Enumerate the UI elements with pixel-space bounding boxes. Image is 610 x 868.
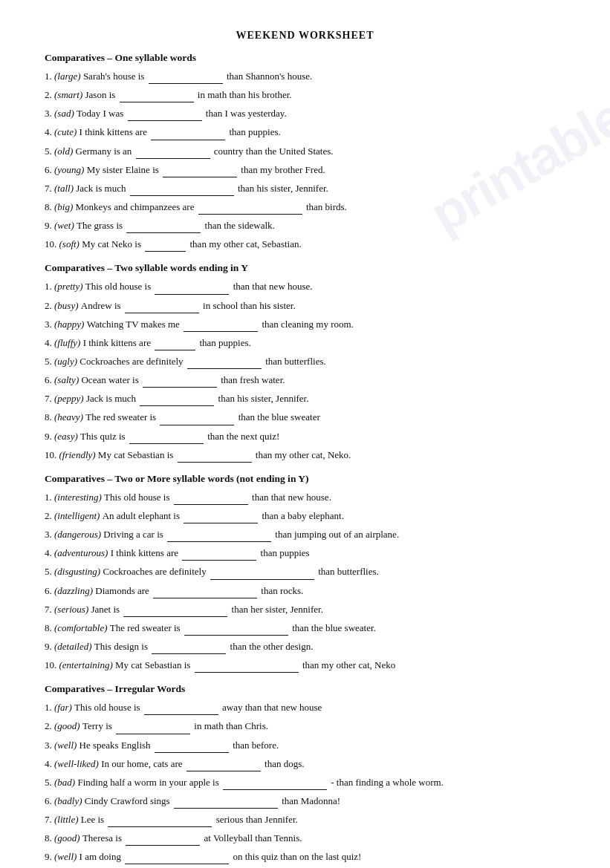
item-text: Lee is [81, 814, 107, 825]
item-number: 4. [45, 126, 54, 137]
item-rest: than I was yesterday. [204, 108, 287, 119]
answer-blank[interactable] [125, 298, 199, 313]
list-item: 8. (good) Theresa is at Volleyball than … [45, 830, 565, 846]
answer-blank[interactable] [155, 737, 229, 753]
answer-blank[interactable] [182, 545, 256, 561]
item-text: Watching TV makes me [87, 319, 182, 330]
answer-blank[interactable] [174, 793, 278, 809]
item-number: 2. [45, 720, 54, 731]
answer-blank[interactable] [195, 657, 299, 673]
item-text: The grass is [77, 220, 125, 231]
item-word: (friendly) [59, 449, 98, 460]
answer-blank[interactable] [186, 756, 261, 771]
item-number: 3. [45, 529, 54, 540]
list-item: 4. (fluffy) I think kittens are than pup… [45, 335, 565, 350]
answer-blank[interactable] [155, 278, 229, 294]
item-text: Jack is much [76, 183, 128, 194]
answer-blank[interactable] [123, 601, 227, 617]
item-word: (heavy) [54, 411, 85, 422]
answer-blank[interactable] [126, 218, 201, 233]
list-item: 8. (big) Monkeys and chimpanzees are tha… [45, 199, 565, 215]
answer-blank[interactable] [178, 447, 252, 463]
answer-blank[interactable] [163, 162, 237, 177]
list-item: 5. (old) Germany is an country than the … [45, 143, 565, 159]
answer-blank[interactable] [153, 583, 257, 598]
item-number: 6. [45, 585, 54, 596]
item-number: 9. [45, 851, 54, 862]
item-word: (old) [54, 146, 76, 157]
answer-blank[interactable] [174, 489, 248, 505]
item-word: (salty) [54, 374, 81, 385]
answer-blank[interactable] [151, 124, 225, 140]
item-rest: than my other cat, Neko. [253, 449, 351, 460]
item-rest: than the blue sweater [236, 411, 319, 422]
item-rest: than butterflies. [263, 356, 326, 367]
item-word: (comfortable) [54, 622, 110, 633]
answer-blank[interactable] [116, 718, 190, 734]
answer-blank[interactable] [149, 68, 223, 84]
answer-blank[interactable] [210, 564, 314, 579]
item-text: Cockroaches are definitely [80, 356, 186, 367]
answer-blank[interactable] [160, 409, 234, 425]
item-rest: away than that new house [220, 702, 322, 713]
item-number: 8. [45, 832, 54, 843]
answer-blank[interactable] [125, 849, 229, 864]
list-item: 9. (detailed) This design is than the ot… [45, 639, 565, 654]
answer-blank[interactable] [223, 774, 327, 790]
item-word: (well) [54, 740, 80, 751]
item-rest: in math than Chris. [192, 720, 268, 731]
answer-blank[interactable] [152, 639, 226, 654]
answer-blank[interactable] [143, 372, 217, 388]
answer-blank[interactable] [155, 335, 195, 350]
section-section2: Comparatives – Two syllable words ending… [45, 262, 565, 462]
item-text: Finding half a worm in your apple is [77, 777, 221, 788]
item-rest: than the other design. [227, 641, 313, 652]
answer-blank[interactable] [120, 87, 194, 102]
item-word: (well-liked) [54, 758, 101, 769]
item-word: (bad) [54, 777, 77, 788]
answer-blank[interactable] [198, 199, 302, 215]
answer-blank[interactable] [140, 391, 214, 406]
item-text: Monkeys and chimpanzees are [76, 201, 197, 212]
item-word: (soft) [59, 238, 82, 249]
answer-blank[interactable] [145, 236, 186, 252]
item-rest: than butterflies. [316, 566, 379, 577]
list-item: 1. (far) This old house is away than tha… [45, 699, 565, 715]
item-rest: than the blue sweater. [290, 622, 376, 633]
list-item: 5. (bad) Finding half a worm in your app… [45, 774, 565, 790]
item-number: 5. [45, 777, 54, 788]
item-word: (interesting) [54, 492, 104, 503]
item-text: Cockroaches are definitely [103, 566, 209, 577]
item-number: 1. [45, 492, 54, 503]
item-text: An adult elephant is [103, 510, 183, 521]
answer-blank[interactable] [184, 508, 258, 523]
answer-blank[interactable] [167, 526, 271, 542]
answer-blank[interactable] [136, 143, 210, 159]
item-rest: - than finding a whole worm. [328, 777, 444, 788]
item-number: 3. [45, 319, 54, 330]
answer-blank[interactable] [130, 180, 234, 196]
item-number: 3. [45, 740, 54, 751]
answer-blank[interactable] [144, 699, 218, 715]
item-number: 8. [45, 411, 54, 422]
page-title: WEEKEND WORKSHEET [45, 30, 565, 42]
section-section1: Comparatives – One syllable words1. (lar… [45, 52, 565, 252]
item-text: Germany is an [76, 146, 134, 157]
item-word: (good) [54, 832, 82, 843]
answer-blank[interactable] [128, 105, 202, 121]
item-rest: than my other cat, Neko [300, 659, 396, 670]
answer-blank[interactable] [126, 830, 200, 846]
list-item: 9. (easy) This quiz is than the next qui… [45, 428, 565, 444]
item-text: Jack is much [86, 393, 138, 404]
answer-blank[interactable] [187, 353, 262, 369]
item-word: (peppy) [54, 393, 86, 404]
item-text: Ocean water is [81, 374, 141, 385]
answer-blank[interactable] [184, 316, 258, 332]
item-rest: than the next quiz! [205, 431, 279, 442]
answer-blank[interactable] [129, 428, 204, 444]
answer-blank[interactable] [184, 620, 288, 636]
item-text: Andrew is [81, 300, 123, 311]
answer-blank[interactable] [108, 812, 212, 827]
item-rest: than my other cat, Sebastian. [187, 238, 301, 249]
item-number: 6. [45, 164, 54, 175]
